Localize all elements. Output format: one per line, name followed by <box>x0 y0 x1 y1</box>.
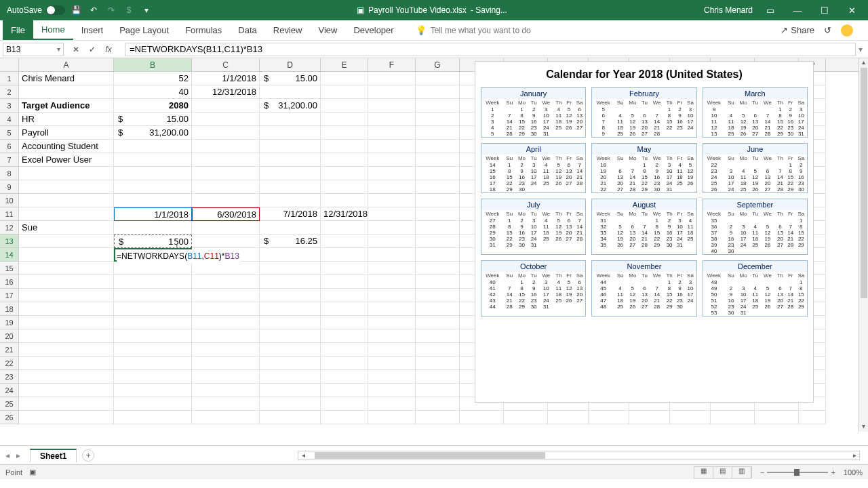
cell-D13[interactable]: $16.25 <box>260 235 321 248</box>
row-header-21[interactable]: 21 <box>0 343 19 357</box>
cell-F3[interactable] <box>368 99 416 113</box>
cell-G26[interactable] <box>416 411 460 424</box>
tab-home[interactable]: Home <box>33 20 73 40</box>
cell-C2[interactable]: 12/31/2018 <box>192 85 260 99</box>
cell-D3[interactable]: $31,200.00 <box>260 99 321 113</box>
cell-C11[interactable]: 6/30/2018 <box>192 207 260 221</box>
autosave-toggle[interactable] <box>46 5 65 15</box>
tab-data[interactable]: Data <box>230 20 264 40</box>
name-box-dropdown-icon[interactable]: ▾ <box>57 45 60 53</box>
cell-F11[interactable] <box>368 207 416 221</box>
sheet-tab-sheet1[interactable]: Sheet1 <box>30 449 77 462</box>
cell-B26[interactable] <box>114 411 192 424</box>
cell-A3[interactable]: Target Audience <box>19 99 114 113</box>
row-header-6[interactable]: 6 <box>0 140 19 153</box>
spreadsheet-grid[interactable]: A B C D E F G H I J K L M N O P 1Chris M… <box>0 58 868 445</box>
row-header-11[interactable]: 11 <box>0 207 19 221</box>
vertical-scrollbar[interactable]: ▴ ▾ <box>859 58 868 432</box>
cell-G6[interactable] <box>416 140 460 153</box>
cell-B9[interactable] <box>114 180 192 194</box>
cell-D24[interactable] <box>260 384 321 397</box>
formula-input[interactable]: =NETWORKDAYS(B11,C11)*B13 <box>125 43 856 56</box>
cell-E18[interactable] <box>321 302 368 316</box>
cell-G8[interactable] <box>416 167 460 180</box>
cell-E9[interactable] <box>321 180 368 194</box>
cancel-formula-icon[interactable]: ✕ <box>69 45 83 54</box>
page-layout-view-icon[interactable]: ▤ <box>713 467 732 478</box>
tab-file[interactable]: File <box>3 20 33 40</box>
cell-D19[interactable] <box>260 316 321 329</box>
cell-N26[interactable] <box>711 411 755 424</box>
qat-customize-icon[interactable]: ▾ <box>140 5 153 15</box>
cell-F21[interactable] <box>368 343 416 357</box>
row-header-5[interactable]: 5 <box>0 126 19 140</box>
cell-H26[interactable] <box>460 411 504 424</box>
cell-F5[interactable] <box>368 126 416 140</box>
macro-record-icon[interactable]: ▣ <box>29 468 36 476</box>
cell-G12[interactable] <box>416 221 460 235</box>
cell-G3[interactable] <box>416 99 460 113</box>
zoom-out-button[interactable]: − <box>760 468 764 476</box>
cell-E3[interactable] <box>321 99 368 113</box>
cell-B4[interactable]: $15.00 <box>114 113 192 126</box>
undo-icon[interactable]: ↶ <box>87 5 100 15</box>
add-sheet-button[interactable]: + <box>82 449 94 462</box>
cell-D23[interactable] <box>260 370 321 384</box>
cell-G9[interactable] <box>416 180 460 194</box>
cell-A24[interactable] <box>19 384 114 397</box>
row-header-16[interactable]: 16 <box>0 275 19 289</box>
cell-G1[interactable] <box>416 72 460 85</box>
cell-D16[interactable] <box>260 275 321 289</box>
cell-A7[interactable]: Excel Power User <box>19 153 114 167</box>
cell-C17[interactable] <box>192 289 260 302</box>
cell-A10[interactable] <box>19 194 114 207</box>
cell-E19[interactable] <box>321 316 368 329</box>
vscroll-thumb[interactable] <box>861 68 867 298</box>
cell-A17[interactable] <box>19 289 114 302</box>
row-header-12[interactable]: 12 <box>0 221 19 235</box>
cell-D4[interactable] <box>260 113 321 126</box>
cell-A4[interactable]: HR <box>19 113 114 126</box>
zoom-in-button[interactable]: + <box>831 468 835 476</box>
cell-A11[interactable] <box>19 207 114 221</box>
cell-D25[interactable] <box>260 397 321 411</box>
cell-F6[interactable] <box>368 140 416 153</box>
cell-A21[interactable] <box>19 343 114 357</box>
cell-C3[interactable] <box>192 99 260 113</box>
cell-I26[interactable] <box>504 411 548 424</box>
cell-B6[interactable] <box>114 140 192 153</box>
cell-E10[interactable] <box>321 194 368 207</box>
cell-D12[interactable] <box>260 221 321 235</box>
cell-D14[interactable] <box>260 248 321 262</box>
cell-B2[interactable]: 40 <box>114 85 192 99</box>
save-icon[interactable]: 💾 <box>69 5 83 15</box>
cell-F1[interactable] <box>368 72 416 85</box>
row-header-2[interactable]: 2 <box>0 85 19 99</box>
cell-D15[interactable] <box>260 262 321 275</box>
cell-G5[interactable] <box>416 126 460 140</box>
col-header-G[interactable]: G <box>416 58 460 71</box>
cell-C6[interactable] <box>192 140 260 153</box>
col-header-B[interactable]: B <box>114 58 192 71</box>
tab-formulas[interactable]: Formulas <box>177 20 230 40</box>
cell-A26[interactable] <box>19 411 114 424</box>
row-header-26[interactable]: 26 <box>0 411 19 424</box>
cell-E12[interactable] <box>321 221 368 235</box>
col-header-A[interactable]: A <box>19 58 114 71</box>
cell-B23[interactable] <box>114 370 192 384</box>
cell-E17[interactable] <box>321 289 368 302</box>
cell-B13[interactable]: $15̣00 <box>114 235 192 248</box>
cell-B11[interactable]: 1/1/2018 <box>114 207 192 221</box>
cell-A23[interactable] <box>19 370 114 384</box>
cell-F25[interactable] <box>368 397 416 411</box>
name-box[interactable]: B13 ▾ <box>3 43 64 56</box>
cell-B21[interactable] <box>114 343 192 357</box>
cell-E20[interactable] <box>321 329 368 343</box>
cell-E24[interactable] <box>321 384 368 397</box>
horizontal-scrollbar[interactable]: ◂ ▸ <box>298 451 860 460</box>
cell-G15[interactable] <box>416 262 460 275</box>
cell-D11[interactable]: 7/1/2018 <box>260 207 321 221</box>
select-all-button[interactable] <box>0 58 19 71</box>
cell-A6[interactable]: Accounting Student <box>19 140 114 153</box>
cell-G4[interactable] <box>416 113 460 126</box>
